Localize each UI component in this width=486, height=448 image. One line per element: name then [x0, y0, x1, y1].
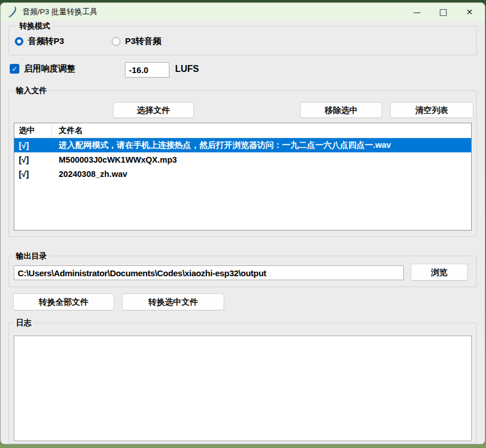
- log-label: 日志: [14, 317, 34, 328]
- loudness-checkbox-label: 启用响度调整: [24, 63, 75, 74]
- output-path-input[interactable]: [14, 265, 404, 280]
- radio-unselected-icon: [112, 37, 120, 46]
- input-files-group: 输入文件 选择文件 移除选中 清空列表 选中 文件名 [√] 进入配网模式，请在…: [9, 90, 477, 237]
- window-title: 音频/P3 批量转换工具: [22, 7, 98, 17]
- convert-all-button[interactable]: 转换全部文件: [13, 293, 114, 310]
- radio-p3-to-audio-label: P3转音频: [125, 36, 161, 47]
- log-text-area[interactable]: [14, 336, 472, 441]
- row-checked-cell: [√]: [14, 169, 52, 179]
- clear-list-button[interactable]: 清空列表: [390, 102, 473, 118]
- titlebar[interactable]: 音频/P3 批量转换工具 — □ ✕: [1, 3, 485, 21]
- select-files-button[interactable]: 选择文件: [113, 102, 194, 118]
- row-filename-cell: M500003J0cWK1WWxQX.mp3: [52, 155, 471, 164]
- file-table-header: 选中 文件名: [14, 123, 471, 138]
- table-row[interactable]: [√] 20240308_zh.wav: [14, 167, 471, 181]
- lufs-unit-label: LUFS: [175, 64, 199, 74]
- input-files-label: 输入文件: [14, 85, 49, 96]
- conversion-mode-group: 转换模式 音频转P3 P3转音频: [9, 26, 477, 55]
- lufs-value-input[interactable]: [125, 62, 169, 78]
- table-row[interactable]: [√] M500003J0cWK1WWxQX.mp3: [14, 152, 471, 167]
- window-controls: — □ ✕: [404, 3, 485, 21]
- radio-audio-to-p3-label: 音频转P3: [28, 36, 64, 47]
- radio-p3-to-audio[interactable]: P3转音频: [112, 36, 161, 47]
- radio-audio-to-p3[interactable]: 音频转P3: [15, 36, 64, 47]
- table-row[interactable]: [√] 进入配网模式，请在手机上连接热点，然后打开浏览器访问：一九二点一六八点四…: [14, 138, 471, 152]
- header-filename-column[interactable]: 文件名: [52, 126, 83, 136]
- row-checked-cell: [√]: [14, 155, 52, 164]
- close-button[interactable]: ✕: [456, 3, 483, 21]
- convert-selected-button[interactable]: 转换选中文件: [122, 293, 224, 310]
- loudness-row: ✓ 启用响度调整 LUFS: [1, 62, 485, 79]
- maximize-button[interactable]: □: [430, 3, 456, 21]
- tk-feather-app-icon: [8, 6, 17, 18]
- loudness-checkbox[interactable]: ✓ 启用响度调整: [10, 63, 75, 74]
- output-directory-group: 输出目录 浏览: [9, 256, 477, 287]
- file-list-table: 选中 文件名 [√] 进入配网模式，请在手机上连接热点，然后打开浏览器访问：一九…: [14, 123, 472, 231]
- radio-selected-icon: [15, 37, 23, 46]
- row-filename-cell: 进入配网模式，请在手机上连接热点，然后打开浏览器访问：一九二点一六八点四点一.w…: [52, 140, 471, 151]
- output-directory-label: 输出目录: [14, 251, 49, 261]
- minimize-button[interactable]: —: [404, 3, 430, 21]
- app-window: 音频/P3 批量转换工具 — □ ✕ 转换模式 音频转P3 P3转音频 ✓ 启用…: [0, 2, 485, 445]
- conversion-mode-label: 转换模式: [17, 21, 52, 31]
- remove-selected-button[interactable]: 移除选中: [300, 102, 382, 118]
- row-checked-cell: [√]: [14, 141, 52, 150]
- row-filename-cell: 20240308_zh.wav: [52, 169, 471, 179]
- browse-button[interactable]: 浏览: [411, 264, 468, 281]
- conversion-mode-options: 音频转P3 P3转音频: [15, 36, 209, 47]
- log-group: 日志: [9, 322, 477, 444]
- header-checked-column[interactable]: 选中: [14, 123, 52, 138]
- checkbox-checked-icon: ✓: [10, 64, 19, 74]
